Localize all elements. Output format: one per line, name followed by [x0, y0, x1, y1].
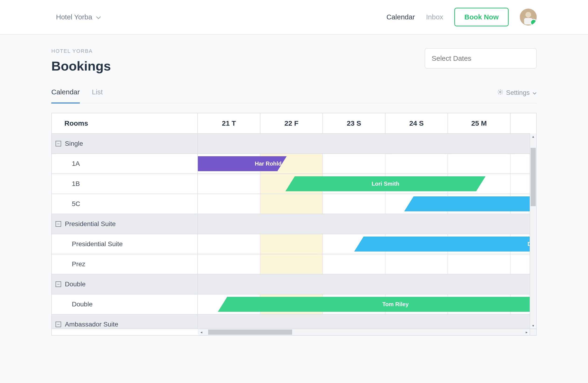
booking-bar[interactable]: Toni Alva — [404, 196, 536, 211]
grid-cell[interactable] — [385, 154, 448, 174]
row-label: Double — [72, 301, 93, 308]
topnav-right: Calendar Inbox Book Now — [386, 8, 537, 26]
scroll-corner — [530, 329, 536, 335]
scroll-left-icon[interactable]: ◂ — [198, 329, 204, 335]
date-column[interactable]: 23 S — [323, 113, 385, 133]
grid-row: Toni Alva — [198, 194, 536, 214]
scroll-down-icon[interactable]: ▾ — [530, 322, 536, 329]
collapse-icon[interactable]: − — [56, 281, 61, 287]
row-label: Double — [65, 280, 86, 288]
row-label: Prez — [72, 260, 85, 268]
hscroll-thumb[interactable] — [208, 330, 292, 335]
grid-cell[interactable] — [323, 194, 385, 214]
settings-label: Settings — [506, 89, 530, 96]
grid-cell[interactable] — [260, 234, 323, 254]
scroll-up-icon[interactable]: ▴ — [530, 133, 536, 139]
grid-row — [198, 214, 536, 234]
room-group[interactable]: −Presidential Suite — [52, 214, 197, 234]
room-row: 5C — [52, 194, 197, 214]
room-row: Presidential Suite — [52, 234, 197, 254]
date-range-input[interactable] — [425, 48, 537, 69]
row-label: 5C — [72, 200, 80, 208]
room-row: 1A — [52, 154, 197, 174]
room-row: Prez — [52, 254, 197, 274]
tab-calendar[interactable]: Calendar — [51, 88, 80, 103]
collapse-icon[interactable]: − — [56, 141, 61, 146]
grid-row: David Kleinfeld — [198, 234, 536, 254]
grid-row: Tom Riley — [198, 294, 536, 314]
page: HOTEL YORBA Bookings Calendar List Setti… — [0, 35, 588, 336]
calendar-grid: Rooms 21 T22 F23 S24 S25 M2 −Single1A1B5… — [51, 113, 537, 336]
book-now-button[interactable]: Book Now — [454, 8, 509, 26]
booking-bar[interactable]: Har Rohld — [198, 156, 287, 171]
date-column[interactable]: 2 — [510, 113, 536, 133]
rooms-header: Rooms — [52, 113, 198, 133]
grid-cell[interactable] — [323, 154, 385, 174]
grid-row — [198, 274, 536, 294]
grid-cell[interactable] — [448, 254, 510, 274]
date-column[interactable]: 25 M — [448, 113, 510, 133]
grid-area[interactable]: Har RohldLori SmithToni AlvaDavid Kleinf… — [198, 133, 536, 335]
grid-cell[interactable] — [198, 234, 260, 254]
grid-cell[interactable] — [323, 254, 385, 274]
grid-row: Lori Smith — [198, 174, 536, 194]
grid-cell[interactable] — [260, 194, 323, 214]
row-label: Presidential Suite — [72, 240, 123, 248]
room-group[interactable]: −Single — [52, 133, 197, 154]
booking-bar[interactable]: Lori Smith — [285, 176, 485, 191]
row-label: 1B — [72, 180, 80, 187]
date-column[interactable]: 22 F — [260, 113, 323, 133]
rooms-column: −Single1A1B5C−Presidential SuitePresiden… — [52, 133, 198, 335]
booking-bar[interactable]: David Kleinfeld — [354, 237, 536, 251]
row-label: 1A — [72, 160, 80, 167]
nav-calendar[interactable]: Calendar — [386, 13, 415, 21]
grid-row — [198, 254, 536, 274]
grid-cell[interactable] — [198, 174, 260, 194]
room-row: Double — [52, 294, 197, 314]
grid-cell[interactable] — [448, 154, 510, 174]
booking-guest: Tom Riley — [382, 301, 409, 308]
room-row: 1B — [52, 174, 197, 194]
row-label: Presidential Suite — [65, 220, 116, 228]
vscroll-thumb[interactable] — [531, 148, 536, 206]
date-column[interactable]: 24 S — [385, 113, 448, 133]
settings-menu[interactable]: Settings — [497, 89, 537, 102]
row-label: Single — [65, 140, 83, 147]
grid-cell[interactable] — [198, 254, 260, 274]
page-title: Bookings — [51, 58, 111, 74]
grid-cell[interactable] — [260, 254, 323, 274]
booking-bar[interactable]: Tom Riley — [218, 297, 536, 312]
grid-cell[interactable] — [385, 254, 448, 274]
row-label: Ambassador Suite — [65, 321, 118, 328]
horizontal-scrollbar[interactable]: ◂ ▸ — [198, 329, 530, 335]
grid-row — [198, 133, 536, 154]
booking-guest: Har Rohld — [255, 160, 282, 167]
tabs-row: Calendar List Settings — [51, 88, 537, 103]
chevron-down-icon — [96, 13, 101, 21]
nav-inbox[interactable]: Inbox — [426, 13, 443, 21]
vertical-scrollbar[interactable]: ▴ ▾ — [530, 133, 536, 329]
room-group[interactable]: −Double — [52, 274, 197, 294]
collapse-icon[interactable]: − — [56, 322, 61, 327]
topnav: Hotel Yorba Calendar Inbox Book Now — [0, 0, 588, 35]
svg-rect-2 — [524, 18, 532, 24]
property-selector[interactable]: Hotel Yorba — [56, 13, 101, 21]
dates-header: 21 T22 F23 S24 S25 M2 — [198, 113, 536, 133]
gear-icon — [497, 89, 503, 97]
date-column[interactable]: 21 T — [198, 113, 260, 133]
booking-guest: Lori Smith — [372, 180, 399, 187]
grid-row: Har Rohld — [198, 154, 536, 174]
grid-cell[interactable] — [198, 194, 260, 214]
property-name: Hotel Yorba — [56, 13, 92, 21]
breadcrumb: HOTEL YORBA — [51, 48, 111, 54]
footer-gap — [52, 329, 198, 335]
svg-point-1 — [525, 12, 531, 18]
scroll-right-icon[interactable]: ▸ — [524, 329, 530, 335]
chevron-down-icon — [532, 89, 537, 96]
avatar[interactable] — [520, 9, 537, 25]
collapse-icon[interactable]: − — [56, 221, 61, 227]
svg-point-3 — [500, 91, 501, 93]
tab-list[interactable]: List — [92, 88, 103, 103]
